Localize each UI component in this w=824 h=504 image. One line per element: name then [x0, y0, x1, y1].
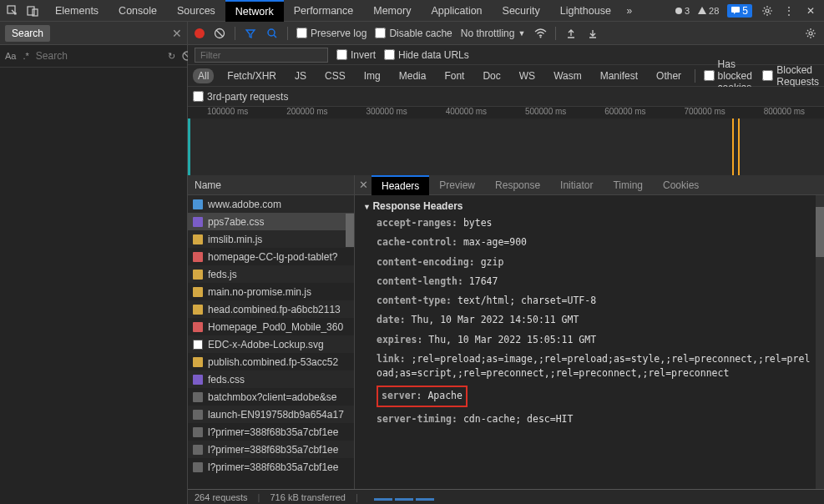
filter-input[interactable]	[195, 48, 328, 63]
type-other[interactable]: Other	[651, 68, 686, 83]
name-column-header[interactable]: Name	[188, 175, 354, 195]
tab-network[interactable]: Network	[225, 0, 284, 22]
request-row[interactable]: launch-EN919758db9a654a17	[188, 406, 354, 423]
request-count: 264 requests	[195, 492, 248, 502]
img-icon	[193, 252, 203, 262]
request-row[interactable]: feds.css	[188, 370, 354, 388]
invert-label: Invert	[351, 49, 376, 61]
detail-tab-headers[interactable]: Headers	[372, 175, 429, 195]
search-icon[interactable]	[265, 27, 279, 40]
timeline-tick: 200000 ms	[267, 107, 346, 118]
tab-security[interactable]: Security	[493, 0, 550, 22]
detail-tab-initiator[interactable]: Initiator	[550, 175, 603, 195]
detail-tab-timing[interactable]: Timing	[603, 175, 653, 195]
request-row[interactable]: feds.js	[188, 265, 354, 283]
inspect-icon[interactable]	[7, 5, 18, 17]
type-css[interactable]: CSS	[320, 68, 351, 83]
message-badge[interactable]: 5	[727, 4, 752, 18]
refresh-icon[interactable]: ↻	[168, 49, 175, 63]
request-name: head.combined.fp-a6bcb2113	[208, 304, 341, 315]
tab-sources[interactable]: Sources	[167, 0, 225, 22]
preserve-log-check[interactable]: Preserve log	[296, 28, 367, 39]
hide-urls-check[interactable]: Hide data URLs	[384, 49, 469, 61]
type-wasm[interactable]: Wasm	[548, 68, 587, 83]
kebab-icon[interactable]: ⋮	[782, 4, 796, 18]
clear-log-icon[interactable]	[213, 27, 226, 40]
response-header: cache-control: max-age=900	[363, 233, 816, 252]
transferred-size: 716 kB transferred	[270, 492, 346, 502]
close-icon[interactable]: ✕	[804, 4, 817, 18]
request-name: Homepage_Pod0_Mobile_360	[208, 321, 343, 333]
type-doc[interactable]: Doc	[478, 68, 505, 83]
request-row[interactable]: Homepage_Pod0_Mobile_360	[188, 318, 354, 335]
request-name: l?primer=388f68b35a7cbf1ee	[208, 426, 338, 438]
request-row[interactable]: l?primer=388f68b35a7cbf1ee	[188, 423, 354, 441]
tab-performance[interactable]: Performance	[284, 0, 364, 22]
tab-lighthouse[interactable]: Lighthouse	[550, 0, 621, 22]
detail-tab-cookies[interactable]: Cookies	[653, 175, 709, 195]
type-ws[interactable]: WS	[514, 68, 540, 83]
request-name: feds.js	[208, 269, 237, 280]
record-icon[interactable]	[195, 28, 205, 38]
detail-tab-preview[interactable]: Preview	[429, 175, 485, 195]
request-row[interactable]: www.adobe.com	[188, 195, 354, 213]
search-input[interactable]	[36, 50, 161, 62]
timeline-overview[interactable]: 100000 ms200000 ms300000 ms400000 ms5000…	[188, 107, 824, 175]
request-name: homepage-CC-lg-pod-tablet?	[208, 251, 337, 263]
third-party-check[interactable]: 3rd-party requests	[193, 91, 288, 103]
request-name: l?primer=388f68b35a7cbf1ee	[208, 461, 338, 473]
upload-icon[interactable]	[564, 27, 578, 40]
wifi-icon[interactable]	[533, 27, 547, 40]
request-row[interactable]: head.combined.fp-a6bcb2113	[188, 300, 354, 318]
request-row[interactable]: batchmbox?client=adobe&se	[188, 388, 354, 406]
warning-count: 28	[709, 6, 719, 16]
tab-memory[interactable]: Memory	[363, 0, 421, 22]
throttling-select[interactable]: No throttling▼	[461, 28, 526, 39]
match-case-toggle[interactable]: Aa	[5, 51, 16, 61]
response-header: link: ;rel=preload;as=image,;rel=preload…	[363, 350, 816, 384]
type-font[interactable]: Font	[439, 68, 469, 83]
response-headers-section[interactable]: Response Headers	[363, 199, 816, 214]
svg-point-7	[268, 29, 275, 36]
disable-cache-check[interactable]: Disable cache	[375, 28, 452, 39]
request-row[interactable]: homepage-CC-lg-pod-tablet?	[188, 248, 354, 265]
warning-badge[interactable]: 28	[698, 6, 719, 16]
type-fetch-xhr[interactable]: Fetch/XHR	[222, 68, 281, 83]
type-manifest[interactable]: Manifest	[595, 68, 643, 83]
device-icon[interactable]	[27, 5, 38, 17]
js-icon	[193, 357, 203, 367]
tab-console[interactable]: Console	[109, 0, 167, 22]
detail-tab-response[interactable]: Response	[485, 175, 550, 195]
search-button[interactable]: Search	[5, 25, 50, 42]
css-icon	[193, 217, 203, 227]
tab-elements[interactable]: Elements	[45, 0, 109, 22]
svg-rect-1	[28, 7, 34, 15]
request-row[interactable]: imslib.min.js	[188, 230, 354, 248]
type-media[interactable]: Media	[394, 68, 432, 83]
error-badge[interactable]: 3	[675, 6, 690, 16]
request-row[interactable]: main.no-promise.min.js	[188, 283, 354, 300]
request-row[interactable]: l?primer=388f68b35a7cbf1ee	[188, 458, 354, 476]
download-icon[interactable]	[586, 27, 599, 40]
invert-check[interactable]: Invert	[336, 49, 376, 61]
request-row[interactable]: publish.combined.fp-53acc52	[188, 353, 354, 370]
gear-icon[interactable]	[761, 4, 774, 18]
blocked_req-check[interactable]: Blocked Requests	[762, 64, 819, 88]
type-all[interactable]: All	[193, 68, 214, 83]
request-row[interactable]: pps7abe.css	[188, 213, 354, 230]
more-tabs-icon[interactable]: »	[621, 5, 638, 17]
type-img[interactable]: Img	[359, 68, 386, 83]
regex-toggle[interactable]: .*	[23, 51, 28, 61]
filter-icon[interactable]	[244, 27, 257, 40]
type-js[interactable]: JS	[290, 68, 311, 83]
response-header: accept-ranges: bytes	[363, 214, 816, 233]
close-search-icon[interactable]: ✕	[172, 27, 182, 40]
tab-application[interactable]: Application	[421, 0, 492, 22]
detail-scrollbar[interactable]	[816, 195, 824, 489]
settings-icon[interactable]	[804, 27, 817, 40]
request-row[interactable]: l?primer=388f68b35a7cbf1ee	[188, 441, 354, 458]
other-icon	[193, 462, 203, 472]
request-row[interactable]: EDC-x-Adobe-Lockup.svg	[188, 335, 354, 353]
scrollbar-thumb[interactable]	[346, 214, 354, 247]
close-detail-icon[interactable]: ✕	[355, 179, 372, 191]
